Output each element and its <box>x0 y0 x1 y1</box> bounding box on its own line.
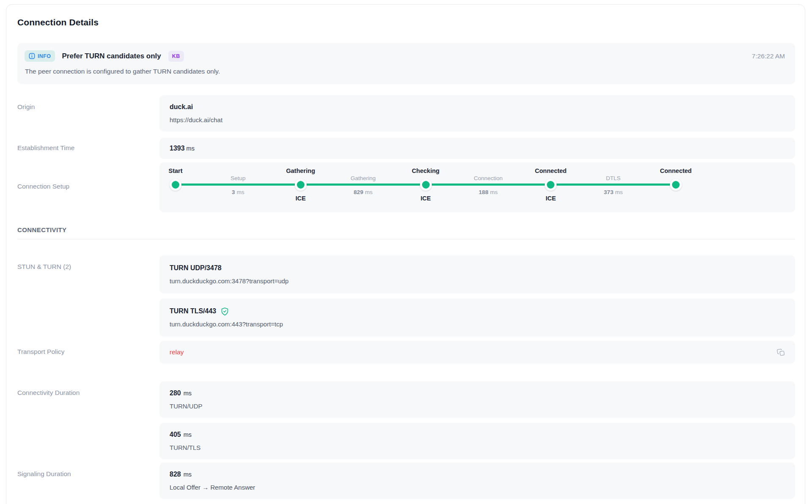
section-divider <box>17 239 795 239</box>
timeline-connector <box>175 184 302 186</box>
info-level-badge: INFO <box>25 50 55 62</box>
origin-row: Origin duck.ai https://duck.ai/chat <box>17 95 795 131</box>
establishment-time-row: Establishment Time 1393 ms <box>17 138 795 159</box>
kb-badge[interactable]: KB <box>168 51 184 62</box>
turn-server-card: TURN TLS/443 turn.duckduckgo.com:443?tra… <box>159 299 795 337</box>
turn-server-name: TURN TLS/443 <box>170 307 785 316</box>
connection-setup-card: Start Setup 3ms Gathering ICE <box>159 162 795 212</box>
copy-icon[interactable] <box>776 348 786 357</box>
stage-dot-icon <box>670 179 682 191</box>
timeline-connector <box>550 184 677 186</box>
event-timestamp: 7:26:22 AM <box>752 52 786 60</box>
info-level-label: INFO <box>38 53 51 59</box>
timeline-connector <box>300 184 427 186</box>
turn-server-name: TURN UDP/3478 <box>170 263 785 273</box>
connectivity-section-title: CONNECTIVITY <box>17 226 795 233</box>
signaling-duration-row: Signaling Duration 828 ms Local Offer → … <box>17 463 795 499</box>
stage-dot-icon <box>170 179 181 191</box>
duration-transport: TURN/TLS <box>170 443 785 452</box>
connection-details-panel: Connection Details INFO Prefer TURN cand… <box>6 4 805 504</box>
transport-policy-value: relay <box>170 348 184 357</box>
connectivity-duration-label: Connectivity Duration <box>17 381 159 397</box>
log-entry-card: INFO Prefer TURN candidates only KB 7:26… <box>17 43 795 84</box>
stage-dot-icon <box>295 179 307 191</box>
duration-transport: TURN/UDP <box>170 402 785 411</box>
origin-label: Origin <box>17 95 159 111</box>
connection-timeline: Start Setup 3ms Gathering ICE <box>170 165 785 209</box>
timeline-stage-gathering: Gathering ICE <box>295 165 307 209</box>
event-title: Prefer TURN candidates only <box>62 52 161 60</box>
stun-turn-label: STUN & TURN (2) <box>17 255 159 271</box>
signaling-path: Local Offer → Remote Answer <box>170 483 785 492</box>
shield-check-icon <box>220 307 229 316</box>
timeline-stage-checking: Checking ICE <box>420 165 432 209</box>
duration-card: 280 ms TURN/UDP <box>159 381 795 418</box>
turn-server-url: turn.duckduckgo.com:3478?transport=udp <box>170 277 785 285</box>
timeline-segment-setup: Setup 3ms <box>181 165 295 209</box>
connection-setup-label: Connection Setup <box>17 162 159 190</box>
event-description: The peer connection is configured to gat… <box>25 68 786 75</box>
establishment-time-unit: ms <box>187 144 195 153</box>
timeline-segment-gathering: Gathering 829ms <box>307 165 420 209</box>
stage-dot-icon <box>545 179 557 191</box>
timeline-segment-connection: Connection 188ms <box>432 165 545 209</box>
duration-card: 405 ms TURN/TLS <box>159 423 795 459</box>
turn-server-url: turn.duckduckgo.com:443?transport=tcp <box>170 320 785 329</box>
turn-server-card: TURN UDP/3478 turn.duckduckgo.com:3478?t… <box>159 255 795 293</box>
origin-url: https://duck.ai/chat <box>170 115 785 124</box>
establishment-time-card: 1393 ms <box>159 138 795 159</box>
signaling-duration-label: Signaling Duration <box>17 463 159 478</box>
transport-policy-card: relay <box>159 341 795 364</box>
establishment-time-label: Establishment Time <box>17 138 159 152</box>
establishment-time-value: 1393 <box>170 144 185 153</box>
transport-policy-label: Transport Policy <box>17 341 159 356</box>
log-entry-header: INFO Prefer TURN candidates only KB 7:26… <box>25 50 786 62</box>
transport-policy-row: Transport Policy relay <box>17 341 795 364</box>
timeline-stage-connected-ice: Connected ICE <box>545 165 557 209</box>
connection-setup-row: Connection Setup Start Setup 3ms G <box>17 162 795 212</box>
timeline-stage-start: Start <box>170 165 181 209</box>
origin-card: duck.ai https://duck.ai/chat <box>159 95 795 131</box>
stage-dot-icon <box>420 179 432 191</box>
timeline-connector <box>425 184 552 186</box>
info-square-icon <box>29 53 35 59</box>
timeline-stage-connected-dtls: Connected <box>670 165 682 209</box>
timeline-segment-dtls: DTLS 373ms <box>557 165 670 209</box>
signaling-duration-card: 828 ms Local Offer → Remote Answer <box>159 463 795 499</box>
connectivity-duration-row: Connectivity Duration 280 ms TURN/UDP 40… <box>17 381 795 459</box>
page-title: Connection Details <box>17 17 795 27</box>
origin-host: duck.ai <box>170 102 785 112</box>
stun-turn-row: STUN & TURN (2) TURN UDP/3478 turn.duckd… <box>17 255 795 337</box>
